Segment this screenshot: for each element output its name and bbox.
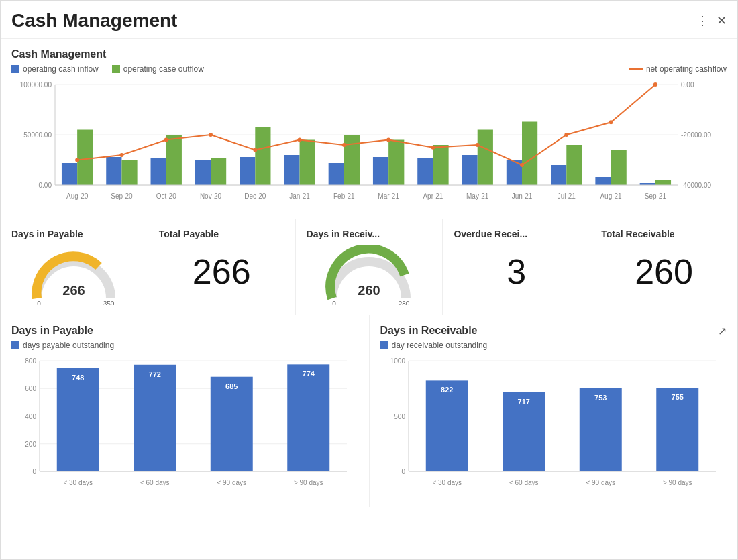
kpi-overdue-receivable: Overdue Recei... 3 — [443, 219, 590, 315]
svg-rect-83 — [57, 368, 99, 471]
svg-point-60 — [476, 143, 480, 147]
inflow-legend-box — [11, 65, 19, 73]
svg-text:Aug-20: Aug-20 — [66, 192, 89, 200]
net-legend-label: net operating cashflow — [646, 64, 727, 74]
expand-icon[interactable]: ↗ — [718, 325, 727, 337]
svg-rect-18 — [195, 160, 211, 186]
svg-rect-25 — [300, 140, 315, 186]
close-icon[interactable]: ✕ — [717, 13, 727, 28]
svg-rect-21 — [240, 157, 255, 185]
svg-rect-42 — [551, 165, 566, 185]
kpi-overdue-receivable-value: 3 — [454, 245, 579, 298]
payable-chart-svg: 0200400600800748< 30 days772< 60 days685… — [11, 354, 354, 495]
payable-chart-legend: days payable outstanding — [11, 341, 358, 350]
kpi-days-payable: Days in Payable 266 0 350 — [1, 219, 148, 315]
outflow-legend-box — [112, 65, 120, 73]
receivable-chart-title: Days in Receivable — [380, 325, 727, 337]
svg-text:500: 500 — [394, 413, 405, 421]
svg-rect-27 — [329, 163, 344, 185]
svg-text:822: 822 — [441, 386, 453, 394]
main-chart-title: Cash Management — [11, 48, 727, 60]
svg-text:< 30 days: < 30 days — [63, 479, 93, 486]
svg-rect-40 — [522, 122, 537, 186]
svg-text:Sep-21: Sep-21 — [645, 192, 667, 200]
kpi-overdue-receivable-label: Overdue Recei... — [454, 229, 579, 239]
svg-text:Mar-21: Mar-21 — [378, 192, 399, 200]
legend-inflow: operating cash inflow — [11, 64, 99, 74]
main-container: Cash Management ⋮ ✕ Cash Management oper… — [0, 0, 738, 560]
net-legend-line — [629, 68, 643, 70]
svg-point-56 — [298, 138, 302, 142]
gauge-payable: 266 0 350 — [27, 245, 121, 305]
svg-rect-34 — [433, 145, 448, 185]
svg-text:< 90 days: < 90 days — [217, 479, 246, 486]
legend-net: net operating cashflow — [629, 64, 727, 74]
payable-legend-box — [11, 341, 19, 349]
inflow-legend-label: operating cash inflow — [23, 64, 99, 74]
svg-text:800: 800 — [25, 357, 36, 365]
svg-rect-92 — [287, 364, 329, 471]
kpi-days-payable-label: Days in Payable — [11, 229, 137, 239]
svg-rect-16 — [166, 135, 182, 185]
svg-rect-28 — [344, 135, 360, 185]
svg-text:Aug-21: Aug-21 — [600, 192, 622, 200]
svg-text:Jul-21: Jul-21 — [558, 192, 576, 200]
svg-rect-89 — [211, 377, 253, 471]
payable-chart: Days in Payable days payable outstanding… — [1, 315, 370, 507]
svg-point-51 — [75, 158, 79, 162]
receivable-chart-svg: 05001000822< 30 days717< 60 days753< 90 … — [380, 354, 723, 495]
svg-text:400: 400 — [25, 413, 36, 421]
svg-text:May-21: May-21 — [466, 192, 489, 200]
svg-rect-103 — [425, 380, 468, 471]
svg-text:0.00: 0.00 — [681, 81, 694, 89]
svg-rect-13 — [121, 160, 137, 186]
main-chart-section: Cash Management operating cash inflow op… — [1, 39, 737, 219]
svg-point-59 — [431, 146, 435, 150]
svg-text:Feb-21: Feb-21 — [333, 192, 355, 200]
svg-text:0: 0 — [401, 468, 405, 475]
svg-text:Dec-20: Dec-20 — [244, 192, 266, 200]
svg-text:> 90 days: > 90 days — [662, 479, 692, 486]
gauge-receivable: 260 0 280 — [322, 245, 416, 305]
svg-point-58 — [386, 138, 390, 142]
svg-point-55 — [253, 148, 257, 152]
main-chart-area: 0.0050000.00100000.00-40000.00-20000.000… — [11, 78, 727, 212]
svg-text:Jan-21: Jan-21 — [289, 192, 310, 200]
svg-rect-46 — [611, 150, 627, 186]
receivable-chart: Days in Receivable ↗ day receivable outs… — [370, 315, 738, 507]
receivable-legend-box — [380, 341, 388, 349]
svg-text:753: 753 — [594, 394, 607, 402]
svg-text:Oct-20: Oct-20 — [156, 192, 176, 200]
svg-text:685: 685 — [225, 382, 238, 390]
svg-text:717: 717 — [517, 398, 529, 406]
svg-text:Apr-21: Apr-21 — [423, 192, 443, 200]
svg-text:-40000.00: -40000.00 — [681, 182, 711, 189]
kpi-total-payable-label: Total Payable — [159, 229, 284, 239]
svg-rect-37 — [478, 130, 493, 186]
svg-text:600: 600 — [25, 385, 36, 392]
svg-text:< 60 days: < 60 days — [509, 479, 538, 486]
legend-left: operating cash inflow operating case out… — [11, 64, 204, 74]
svg-text:774: 774 — [303, 370, 315, 378]
svg-rect-24 — [284, 155, 299, 185]
svg-text:< 30 days: < 30 days — [432, 479, 462, 486]
svg-text:260: 260 — [358, 283, 380, 298]
payable-legend-label: days payable outstanding — [23, 341, 114, 350]
svg-rect-22 — [255, 127, 270, 185]
svg-text:50000.00: 50000.00 — [23, 131, 52, 139]
svg-rect-9 — [62, 163, 77, 185]
svg-text:200: 200 — [25, 441, 36, 448]
kpi-total-payable-value: 266 — [159, 245, 284, 298]
svg-text:266: 266 — [63, 283, 85, 298]
bottom-row: Days in Payable days payable outstanding… — [1, 315, 737, 507]
svg-text:-20000.00: -20000.00 — [681, 131, 711, 139]
menu-icon[interactable]: ⋮ — [696, 13, 708, 28]
main-chart-svg: 0.0050000.00100000.00-40000.00-20000.000… — [11, 78, 728, 212]
svg-rect-10 — [77, 130, 93, 186]
receivable-chart-legend: day receivable outstanding — [380, 341, 727, 350]
kpi-total-receivable-value: 260 — [601, 245, 727, 298]
chart-legend: operating cash inflow operating case out… — [11, 64, 727, 74]
svg-text:0: 0 — [38, 300, 42, 305]
svg-rect-31 — [388, 140, 404, 186]
header: Cash Management ⋮ ✕ — [1, 1, 737, 39]
